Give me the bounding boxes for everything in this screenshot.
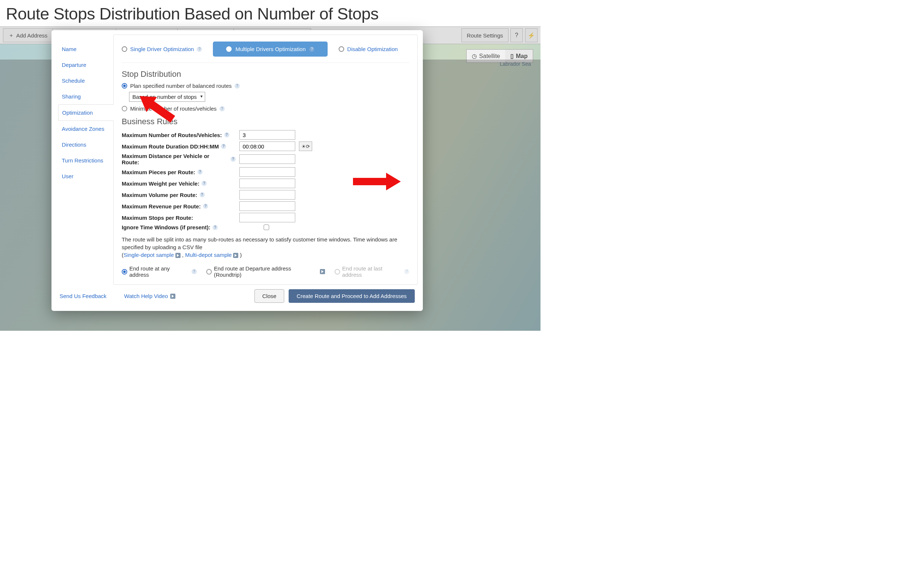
duration-mode-button[interactable]: ☀⟳	[299, 142, 312, 151]
comma: ,	[182, 252, 184, 258]
single-driver-option[interactable]: Single Driver Optimization ?	[122, 46, 202, 52]
sidebar-item-user[interactable]: User	[58, 168, 113, 184]
create-route-button[interactable]: Create Route and Proceed to Add Addresse…	[289, 289, 415, 303]
satellite-label: Satellite	[479, 53, 500, 60]
single-depot-sample-link[interactable]: Single-depot sample	[124, 252, 174, 258]
business-rule-label: Maximum Weight per Vehicle:?	[122, 181, 236, 187]
multi-depot-sample-link[interactable]: Multi-depot sample	[185, 252, 232, 258]
business-rule-row: Maximum Route Duration DD:HH:MM?☀⟳	[122, 142, 409, 151]
business-rule-input-1[interactable]	[239, 142, 295, 151]
sidebar-item-avoidance-zones[interactable]: Avoidance Zones	[58, 121, 113, 137]
help-icon[interactable]: ?	[192, 269, 197, 274]
route-settings-label: Route Settings	[467, 32, 503, 39]
basis-select-value: Based on number of stops	[132, 94, 197, 100]
watch-help-video-label: Watch Help Video	[124, 293, 168, 299]
multi-driver-option[interactable]: Multiple Drivers Optimization ?	[213, 42, 327, 57]
business-rule-input-0[interactable]	[239, 130, 295, 140]
stop-distribution-heading: Stop Distribution	[122, 69, 409, 79]
business-rule-input-2[interactable]	[239, 154, 295, 164]
description-text: The route will be split into as many sub…	[122, 236, 397, 250]
map-option[interactable]: ▯ Map	[505, 49, 533, 62]
business-rules-form: Maximum Number of Routes/Vehicles:?Maxim…	[122, 130, 409, 230]
help-icon[interactable]: ?	[197, 47, 202, 52]
plan-balanced-routes-radio[interactable]: Plan specified number of balanced routes…	[122, 83, 409, 89]
add-address-label: Add Address	[16, 32, 48, 39]
help-circle-icon: ?	[515, 32, 519, 39]
help-icon[interactable]: ?	[200, 192, 205, 198]
radio-icon	[122, 46, 127, 52]
play-icon[interactable]	[175, 253, 181, 258]
end-route-any-radio[interactable]: End route at any address ?	[122, 265, 197, 278]
add-address-button[interactable]: ＋ Add Address	[3, 28, 53, 42]
sidebar-item-name[interactable]: Name	[58, 41, 113, 57]
disable-optimization-option[interactable]: Disable Optimization	[339, 46, 398, 52]
play-icon[interactable]	[320, 269, 325, 274]
route-settings-button[interactable]: Route Settings	[462, 28, 508, 42]
help-icon[interactable]: ?	[213, 225, 218, 230]
help-icon[interactable]: ?	[198, 170, 202, 174]
business-rule-row: Ignore Time Windows (if present):?	[122, 224, 409, 230]
radio-icon	[122, 269, 127, 275]
business-rule-label: Ignore Time Windows (if present):?	[122, 224, 236, 230]
close-button[interactable]: Close	[255, 289, 284, 303]
help-icon[interactable]: ?	[203, 204, 208, 209]
map-label: Map	[516, 53, 528, 60]
business-rule-input-5[interactable]	[239, 190, 295, 199]
help-icon[interactable]: ?	[224, 132, 229, 137]
radio-icon	[122, 83, 127, 89]
minimize-routes-radio[interactable]: Minimize number of routes/vehicles ?	[122, 105, 409, 112]
radio-icon	[122, 106, 127, 111]
time-windows-description: The route will be split into as many sub…	[122, 236, 409, 259]
optimization-mode-row: Single Driver Optimization ? Multiple Dr…	[122, 42, 409, 63]
play-icon[interactable]	[233, 253, 238, 258]
sidebar-item-sharing[interactable]: Sharing	[58, 89, 113, 104]
business-rule-input-3[interactable]	[239, 167, 295, 177]
business-rule-row: Maximum Volume per Route:?	[122, 190, 409, 199]
business-rule-row: Maximum Distance per Vehicle or Route:?	[122, 153, 409, 165]
plan-balanced-label: Plan specified number of balanced routes	[130, 83, 232, 89]
business-rule-label: Maximum Volume per Route:?	[122, 192, 236, 198]
help-button[interactable]: ?	[510, 28, 523, 42]
sidebar-item-schedule[interactable]: Schedule	[58, 73, 113, 89]
sidebar-item-directions[interactable]: Directions	[58, 137, 113, 153]
radio-icon	[206, 269, 212, 275]
business-rules-heading: Business Rules	[122, 117, 409, 127]
business-rule-input-7[interactable]	[239, 213, 295, 222]
help-icon[interactable]: ?	[235, 83, 240, 89]
help-icon[interactable]: ?	[201, 181, 207, 186]
business-rule-label: Maximum Number of Routes/Vehicles:?	[122, 132, 236, 138]
sidebar-item-optimization[interactable]: Optimization	[58, 104, 114, 121]
plus-icon: ＋	[8, 32, 14, 39]
multi-driver-label: Multiple Drivers Optimization	[235, 46, 306, 52]
ignore-time-windows-checkbox[interactable]	[264, 225, 269, 230]
business-rule-input-4[interactable]	[239, 179, 295, 188]
business-rule-label: Maximum Pieces per Route:?	[122, 169, 236, 175]
basis-select[interactable]: Based on number of stops	[129, 92, 205, 102]
disable-optimization-label: Disable Optimization	[347, 46, 398, 52]
optimization-panel: Single Driver Optimization ? Multiple Dr…	[113, 34, 418, 285]
end-route-departure-radio[interactable]: End route at Departure address (Roundtri…	[206, 265, 325, 278]
help-icon: ?	[404, 269, 409, 274]
business-rule-input-6[interactable]	[239, 201, 295, 211]
sidebar-item-turn-restrictions[interactable]: Turn Restrictions	[58, 153, 113, 168]
help-icon[interactable]: ?	[221, 144, 226, 149]
business-rule-label: Maximum Revenue per Route:?	[122, 203, 236, 210]
page-title: Route Stops Distribution Based on Number…	[0, 0, 541, 26]
send-feedback-link[interactable]: Send Us Feedback	[60, 293, 107, 299]
sidebar-item-departure[interactable]: Departure	[58, 57, 113, 73]
help-icon[interactable]: ?	[230, 157, 236, 162]
radio-icon	[335, 269, 340, 275]
satellite-option[interactable]: ◷ Satellite	[466, 49, 505, 62]
end-route-last-radio: End route at last address ?	[335, 265, 409, 278]
watch-help-video-link[interactable]: Watch Help Video	[124, 293, 175, 299]
bolt-button[interactable]: ⚡	[525, 28, 538, 42]
single-driver-label: Single Driver Optimization	[130, 46, 194, 52]
play-icon	[170, 294, 175, 299]
help-icon[interactable]: ?	[309, 47, 314, 52]
business-rule-label: Maximum Distance per Vehicle or Route:?	[122, 153, 236, 165]
business-rule-label: Maximum Stops per Route:	[122, 215, 236, 221]
map-icon: ▯	[510, 52, 514, 60]
help-icon[interactable]: ?	[219, 106, 225, 111]
bolt-icon: ⚡	[528, 32, 535, 39]
business-rule-row: Maximum Stops per Route:	[122, 213, 409, 222]
